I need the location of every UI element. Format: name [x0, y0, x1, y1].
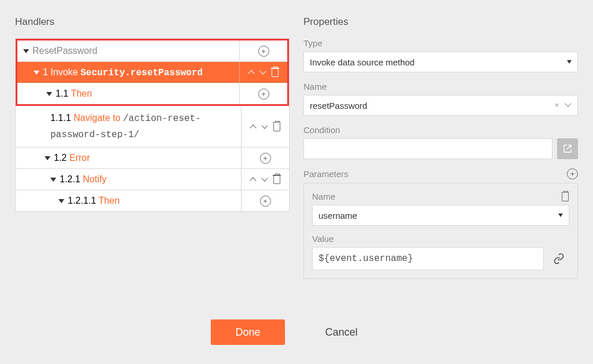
delete-icon[interactable] — [271, 68, 279, 77]
properties-title: Properties — [303, 16, 578, 28]
name-label: Name — [303, 82, 578, 91]
link-icon[interactable] — [553, 253, 565, 264]
move-down-icon[interactable] — [259, 69, 266, 76]
add-icon[interactable]: + — [258, 89, 269, 100]
move-up-icon[interactable] — [248, 69, 255, 76]
chevron-down-icon[interactable] — [565, 101, 572, 108]
tree-row-error[interactable]: 1.2 Error + — [16, 148, 289, 169]
tree-row-notify[interactable]: 1.2.1 Notify — [16, 169, 289, 190]
delete-parameter-button[interactable] — [561, 192, 569, 201]
param-value-label: Value — [312, 234, 569, 244]
highlighted-region: ResetPassword + 1 Invoke Security.resetP… — [16, 39, 289, 106]
move-up-icon[interactable] — [250, 176, 257, 183]
handlers-tree: ResetPassword + 1 Invoke Security.resetP… — [15, 38, 290, 212]
caret-icon[interactable] — [23, 49, 29, 53]
param-name-label: Name — [312, 192, 335, 201]
row-text: 1.2.1.1 Then — [68, 196, 120, 206]
condition-label: Condition — [303, 125, 578, 135]
caret-icon[interactable] — [45, 156, 50, 160]
row-text: 1 Invoke Security.resetPassword — [43, 67, 203, 78]
tree-row-then-1211[interactable]: 1.2.1.1 Then + — [16, 190, 289, 211]
name-combobox[interactable]: resetPassword × — [303, 95, 578, 116]
add-icon[interactable]: + — [260, 153, 271, 164]
parameters-label: Parameters — [303, 169, 349, 179]
add-icon[interactable]: + — [258, 46, 269, 57]
move-up-icon[interactable] — [250, 123, 257, 130]
row-text: 1.2.1 Notify — [60, 174, 107, 185]
caret-icon[interactable] — [34, 71, 39, 75]
expand-condition-button[interactable] — [557, 138, 578, 159]
delete-icon[interactable] — [273, 122, 281, 131]
type-label: Type — [303, 38, 578, 48]
param-name-select[interactable]: username — [312, 205, 569, 226]
row-text: ResetPassword — [32, 46, 97, 56]
clear-icon[interactable]: × — [555, 101, 559, 109]
caret-icon[interactable] — [50, 178, 56, 182]
add-parameter-button[interactable]: + — [567, 168, 578, 179]
tree-row-root[interactable]: ResetPassword + — [17, 41, 287, 62]
caret-icon[interactable] — [58, 199, 64, 203]
parameter-block: Name username Value ${event.username} — [303, 183, 578, 279]
param-value-input[interactable]: ${event.username} — [312, 247, 544, 270]
delete-icon[interactable] — [273, 175, 281, 184]
cancel-button[interactable]: Cancel — [301, 319, 382, 345]
add-icon[interactable]: + — [260, 196, 271, 207]
row-text: 1.1 Then — [56, 89, 92, 99]
type-select[interactable]: Invoke data source method — [303, 52, 578, 72]
move-down-icon[interactable] — [261, 176, 268, 183]
caret-icon[interactable] — [46, 92, 52, 96]
row-text: 1.2 Error — [54, 153, 90, 163]
tree-row-navigate[interactable]: 1.1.1 Navigate to /action-reset-password… — [16, 106, 289, 148]
condition-input[interactable] — [303, 138, 552, 159]
row-text: 1.1.1 Navigate to /action-reset-password… — [50, 111, 237, 142]
tree-row-then-1-1[interactable]: 1.1 Then + — [17, 83, 287, 104]
move-down-icon[interactable] — [261, 123, 268, 130]
done-button[interactable]: Done — [211, 319, 284, 345]
tree-row-invoke[interactable]: 1 Invoke Security.resetPassword — [17, 62, 287, 83]
handlers-title: Handlers — [15, 16, 290, 28]
